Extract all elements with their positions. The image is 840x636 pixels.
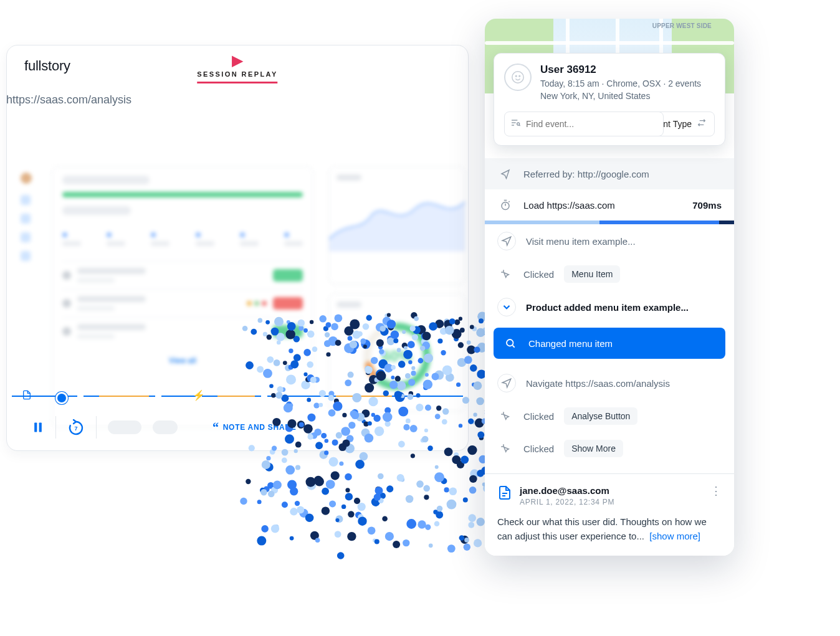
svg-point-325 — [477, 432, 484, 439]
note-and-share-button[interactable]: “NOTE AND SHARE — [212, 420, 296, 435]
progress-value: 60% — [360, 319, 434, 394]
click-icon — [497, 408, 513, 424]
user-name[interactable]: User 36912 — [540, 64, 701, 76]
svg-point-313 — [477, 470, 484, 477]
svg-point-15 — [262, 460, 270, 469]
svg-point-207 — [341, 505, 346, 509]
svg-point-11 — [240, 498, 247, 505]
svg-point-293 — [447, 500, 457, 510]
svg-point-275 — [434, 521, 440, 526]
svg-point-367 — [476, 328, 485, 337]
svg-point-76 — [472, 326, 477, 331]
event-visit[interactable]: Visit menu item example... — [485, 224, 734, 258]
show-more-link[interactable]: [show more] — [649, 531, 700, 541]
svg-point-22 — [329, 500, 336, 507]
svg-point-336 — [382, 516, 388, 522]
speed-control[interactable] — [108, 420, 141, 434]
svg-point-157 — [322, 506, 330, 515]
view-all-link[interactable]: View all — [62, 356, 303, 365]
svg-point-110 — [474, 381, 482, 390]
svg-point-316 — [393, 541, 400, 548]
svg-point-49 — [274, 524, 279, 529]
svg-point-419 — [375, 486, 383, 495]
svg-point-55 — [257, 536, 266, 546]
svg-point-94 — [435, 465, 439, 469]
svg-point-118 — [469, 475, 477, 483]
svg-point-149 — [479, 315, 484, 319]
svg-point-425 — [515, 75, 517, 77]
svg-point-69 — [322, 488, 329, 495]
svg-point-169 — [324, 450, 328, 455]
event-clicked-3[interactable]: Clicked Show More — [485, 432, 734, 465]
volume-control[interactable] — [153, 420, 178, 434]
event-clicked-1[interactable]: Clicked Menu Item — [485, 258, 734, 290]
svg-point-125 — [310, 531, 319, 540]
svg-point-396 — [295, 501, 300, 506]
svg-point-203 — [472, 366, 477, 371]
svg-point-184 — [315, 477, 324, 486]
event-load[interactable]: Load https://saas.com 709ms — [485, 189, 734, 221]
svg-point-326 — [355, 460, 365, 469]
svg-point-426 — [519, 75, 520, 77]
svg-point-32 — [355, 512, 361, 518]
session-url: https://saas.com/analysis — [6, 93, 131, 107]
svg-point-351 — [454, 452, 459, 457]
svg-point-13 — [326, 480, 335, 489]
svg-point-271 — [345, 488, 350, 492]
find-event-wrap — [504, 112, 634, 136]
navigate-icon — [497, 374, 516, 392]
svg-point-277 — [331, 472, 340, 480]
note-icon — [497, 485, 512, 503]
svg-point-401 — [447, 544, 456, 553]
svg-point-392 — [271, 524, 279, 533]
event-active[interactable]: Changed menu item — [494, 328, 725, 359]
svg-point-272 — [473, 413, 477, 417]
note-card: jane.doe@saas.com APRIL 1, 2022, 12:34 P… — [485, 474, 734, 556]
svg-point-147 — [449, 488, 457, 496]
svg-point-289 — [416, 480, 424, 488]
svg-point-74 — [307, 481, 316, 490]
svg-point-366 — [418, 520, 426, 528]
event-navigate[interactable]: Navigate https://saas.com/analysis — [485, 366, 734, 400]
svg-point-333 — [470, 325, 474, 330]
note-author[interactable]: jane.doe@saas.com — [520, 485, 703, 496]
svg-point-126 — [282, 501, 288, 508]
event-referred[interactable]: Referred by: http://google.com — [485, 158, 734, 189]
rewind-button[interactable]: 7 — [67, 419, 85, 436]
brand-logo: fullstory — [24, 58, 70, 74]
quote-icon: “ — [212, 420, 219, 434]
svg-point-430 — [517, 123, 520, 125]
svg-point-195 — [246, 479, 251, 484]
clicked-target-chip: Show More — [564, 440, 623, 457]
svg-point-62 — [373, 538, 376, 542]
svg-point-228 — [257, 500, 262, 504]
svg-point-20 — [403, 539, 409, 546]
svg-point-298 — [467, 445, 477, 455]
svg-point-373 — [358, 514, 364, 520]
note-menu-button[interactable]: ⋮ — [710, 485, 722, 496]
svg-point-115 — [425, 524, 431, 530]
replay-header: fullstory ▶ SESSION REPLAY — [7, 45, 468, 83]
event-expanded[interactable]: Product added menu item example... — [485, 290, 734, 324]
playback-timeline[interactable]: ⚡ — [12, 388, 463, 406]
svg-point-193 — [295, 465, 300, 470]
svg-point-308 — [374, 493, 381, 500]
svg-point-37 — [457, 461, 464, 468]
svg-point-166 — [406, 519, 416, 529]
svg-point-265 — [444, 487, 449, 492]
session-replay-badge: ▶ SESSION REPLAY — [197, 53, 277, 83]
svg-point-28 — [400, 478, 404, 482]
svg-point-406 — [479, 318, 484, 323]
svg-point-262 — [290, 487, 298, 495]
search-icon — [502, 335, 518, 351]
svg-point-368 — [423, 485, 430, 492]
click-icon — [497, 266, 513, 282]
find-event-input[interactable] — [504, 112, 664, 136]
pause-button[interactable] — [32, 420, 44, 435]
svg-point-181 — [406, 495, 414, 503]
playhead[interactable] — [55, 392, 68, 404]
event-clicked-2[interactable]: Clicked Analyse Button — [485, 400, 734, 432]
navigate-icon — [497, 232, 516, 250]
svg-point-303 — [464, 538, 469, 543]
avatar-icon — [504, 64, 532, 91]
